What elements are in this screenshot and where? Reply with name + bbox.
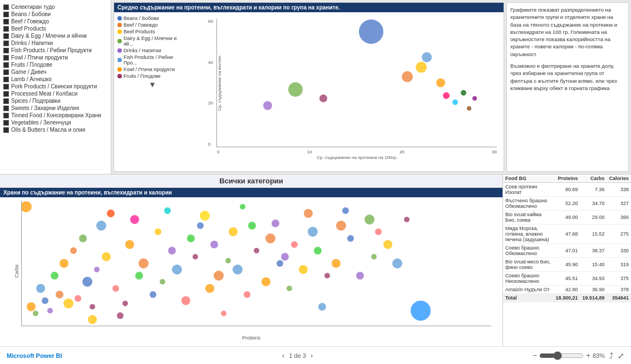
sidebar-item[interactable]: Game / Дивеч	[2, 68, 109, 76]
bottom-chart-bubble[interactable]	[70, 247, 77, 254]
sidebar-item[interactable]: Dairy & Egg / Млечни и яйчни	[2, 32, 109, 39]
zoom-minus-icon[interactable]: −	[533, 351, 538, 360]
sidebar-item[interactable]: Tinned Food / Консервирани Храни	[2, 112, 109, 119]
bottom-chart-bubble[interactable]	[318, 303, 326, 311]
bottom-chart-bubble[interactable]	[356, 272, 364, 280]
table-row[interactable]: Соев протеин Изолат80.697.36338	[503, 183, 631, 197]
bottom-chart-bubble[interactable]	[139, 258, 149, 268]
sidebar-item[interactable]: Oils & Butters / Масла и олия	[2, 126, 109, 133]
bottom-chart-bubble[interactable]	[155, 228, 161, 235]
sidebar-checkbox[interactable]	[3, 12, 9, 17]
prev-page-button[interactable]: ‹	[282, 351, 284, 360]
chart-bubble[interactable]	[443, 92, 450, 99]
bottom-chart-bubble[interactable]	[130, 215, 139, 224]
legend-item[interactable]: Beans / Бобови	[117, 16, 188, 21]
bottom-chart-bubble[interactable]	[308, 227, 318, 237]
table-row[interactable]: Bio svuat месо Био, фино соево45.9015.40…	[503, 258, 631, 272]
bottom-chart-bubble[interactable]	[404, 217, 410, 222]
sidebar-checkbox[interactable]	[3, 19, 9, 24]
bottom-chart-bubble[interactable]	[392, 258, 402, 268]
bottom-chart-bubble[interactable]	[42, 297, 48, 304]
bottom-chart-bubble[interactable]	[36, 284, 45, 293]
next-page-button[interactable]: ›	[310, 351, 313, 360]
chart-bubble[interactable]	[263, 101, 272, 110]
bottom-chart-bubble[interactable]	[88, 315, 97, 324]
bottom-chart-bubble[interactable]	[60, 259, 68, 268]
chart-bubble[interactable]	[422, 52, 432, 62]
bottom-chart-bubble[interactable]	[371, 254, 377, 260]
legend-item[interactable]: Dairy & Egg / Млечни и яй...	[117, 36, 188, 47]
sidebar-checkbox[interactable]	[3, 69, 9, 75]
bottom-chart-bubble[interactable]	[168, 247, 176, 255]
bottom-chart-bubble[interactable]	[200, 211, 210, 221]
legend-item[interactable]: Beef / Говеждо	[117, 22, 188, 28]
table-row[interactable]: Amaizin Нудъли От42.8036.90378	[503, 286, 631, 294]
legend-item[interactable]: Fruits / Плодове	[117, 73, 188, 79]
bottom-chart-bubble[interactable]	[79, 235, 87, 242]
bottom-chart-bubble[interactable]	[125, 240, 134, 249]
sidebar-item[interactable]: Vegetables / Зеленчуци	[2, 119, 109, 126]
chart-bubble[interactable]	[436, 78, 445, 87]
bottom-chart-bubble[interactable]	[210, 241, 218, 248]
bottom-chart-bubble[interactable]	[240, 204, 245, 210]
sidebar-checkbox[interactable]	[3, 48, 9, 53]
powerbi-brand-link[interactable]: Microsoft Power BI	[7, 352, 62, 359]
bottom-chart-bubble[interactable]	[197, 222, 204, 229]
bottom-chart-bubble[interactable]	[304, 209, 313, 218]
bottom-chart-bubble[interactable]	[262, 277, 270, 286]
chart-bubble[interactable]	[461, 90, 466, 96]
bottom-chart-bubble[interactable]	[160, 279, 165, 285]
sidebar-item[interactable]: Sweets / Захарни Изделия	[2, 104, 109, 112]
table-row[interactable]: Bio svuat кайма Био, соева49.0029.00366	[503, 211, 631, 225]
sidebar-item[interactable]: Fruits / Плодове	[2, 61, 109, 68]
bottom-chart-bubble[interactable]	[281, 253, 289, 261]
bottom-chart-bubble[interactable]	[205, 284, 214, 293]
bottom-chart-bubble[interactable]	[90, 304, 95, 310]
bottom-chart-bubble[interactable]	[347, 235, 354, 242]
bottom-chart-bubble[interactable]	[122, 301, 128, 306]
bottom-chart-bubble[interactable]	[51, 272, 58, 280]
sidebar-checkbox[interactable]	[3, 77, 9, 82]
bottom-chart-bubble[interactable]	[332, 259, 341, 268]
bottom-chart-bubble[interactable]	[336, 221, 346, 231]
bottom-chart-bubble[interactable]	[254, 248, 259, 253]
chart-bubble[interactable]	[452, 99, 458, 105]
fullscreen-icon[interactable]: ⤢	[618, 351, 624, 360]
bottom-chart-bubble[interactable]	[229, 227, 238, 236]
bottom-chart-bubble[interactable]	[112, 285, 119, 292]
sidebar-checkbox[interactable]	[3, 91, 9, 97]
bottom-chart-bubble[interactable]	[383, 240, 392, 249]
bottom-chart-bubble[interactable]	[411, 301, 431, 321]
sidebar-item[interactable]: Fish Products / Рибни Продукти	[2, 47, 109, 54]
bottom-chart-bubble[interactable]	[314, 247, 322, 255]
chart-bubble[interactable]	[359, 19, 383, 44]
bottom-chart-bubble[interactable]	[94, 267, 100, 272]
legend-item[interactable]: Drinks / Напитки	[117, 48, 188, 53]
bottom-chart-bubble[interactable]	[96, 221, 106, 231]
bottom-chart-bubble[interactable]	[63, 298, 73, 308]
bottom-chart-bubble[interactable]	[375, 228, 382, 235]
bottom-chart-bubble[interactable]	[225, 258, 231, 263]
bottom-chart-bubble[interactable]	[21, 201, 32, 212]
table-row[interactable]: Соево брашно Обезмаслено47.0138.37330	[503, 244, 631, 258]
legend-item[interactable]: Fish Products / Рибни Про...	[117, 54, 188, 66]
bottom-chart-bubble[interactable]	[107, 210, 115, 217]
sidebar-checkbox[interactable]	[3, 4, 9, 10]
legend-item[interactable]: Beef Products	[117, 29, 188, 34]
share-icon[interactable]: ⤴	[609, 351, 613, 360]
bottom-chart-bubble[interactable]	[299, 265, 308, 274]
sidebar-checkbox[interactable]	[3, 84, 9, 89]
chart-bubble[interactable]	[402, 71, 413, 82]
bottom-chart-bubble[interactable]	[272, 220, 279, 227]
chart-bubble[interactable]	[319, 94, 327, 102]
sidebar-checkbox[interactable]	[3, 106, 9, 111]
sidebar-item[interactable]: Spices / Подправки	[2, 97, 109, 104]
bottom-chart-bubble[interactable]	[291, 241, 298, 248]
sidebar-checkbox[interactable]	[3, 26, 9, 32]
bottom-chart-bubble[interactable]	[364, 215, 374, 225]
bottom-chart-bubble[interactable]	[324, 273, 330, 278]
bottom-chart-bubble[interactable]	[248, 222, 256, 230]
bottom-chart-bubble[interactable]	[233, 265, 243, 275]
table-row[interactable]: Соево брашно Нискомаслено45.5134.93375	[503, 272, 631, 286]
sidebar-item[interactable]: Pork Products / Свински продукти	[2, 83, 109, 90]
